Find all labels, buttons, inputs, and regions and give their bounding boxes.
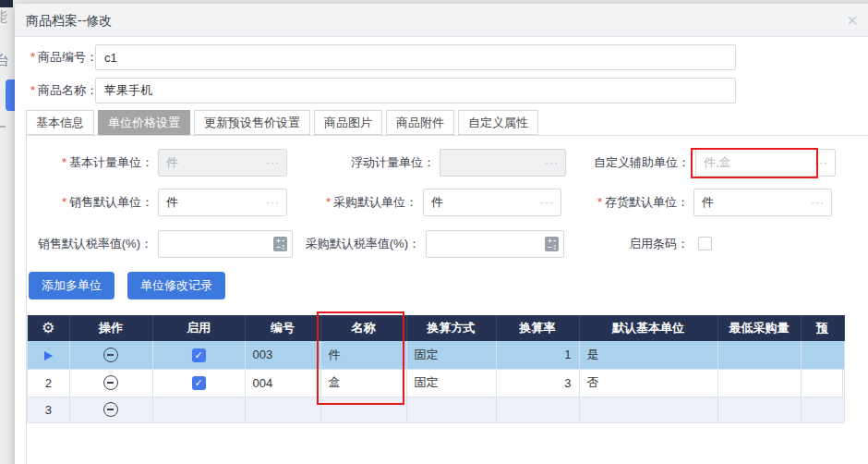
col-default-base-unit: 默认基本单位 — [579, 315, 717, 341]
remove-row-icon[interactable] — [103, 375, 118, 390]
table-row-selected[interactable]: ✓ 003 件 固定 1 是 — [28, 341, 844, 369]
product-name-label: *商品名称： — [30, 78, 98, 104]
unit-price-panel: *基本计量单位： 件 ··· 浮动计量单位： ··· 自定义辅助单位： 件,盒 … — [26, 135, 868, 464]
sales-tax-label: 销售默认税率值(%)： — [27, 230, 152, 258]
purchase-unit-picker[interactable]: 件 ··· — [423, 189, 561, 216]
purchase-unit-label: *采购默认单位： — [295, 189, 417, 216]
remove-row-icon[interactable] — [103, 402, 118, 417]
table-header-row: ⚙ 操作 启用 编号 名称 换算方式 换算率 默认基本单位 最低采购量 预 — [28, 315, 844, 341]
selected-row-arrow-icon — [44, 351, 53, 360]
table-row[interactable]: 2 ✓ 004 盒 固定 3 否 — [28, 369, 844, 397]
col-preset-truncated: 预 — [801, 315, 844, 341]
stock-unit-picker[interactable]: 件 ··· — [693, 189, 832, 216]
sales-unit-label: *销售默认单位： — [27, 189, 153, 216]
barcode-enable-checkbox[interactable] — [698, 237, 712, 250]
custom-aux-unit-picker[interactable]: 件,盒 ··· — [695, 149, 836, 177]
col-conversion-method: 换算方式 — [406, 315, 496, 341]
product-name-input[interactable] — [96, 79, 735, 103]
units-table: ⚙ 操作 启用 编号 名称 换算方式 换算率 默认基本单位 最低采购量 预 — [27, 315, 843, 423]
column-settings-header[interactable]: ⚙ — [28, 315, 69, 341]
required-asterisk: * — [62, 195, 66, 209]
background-dash — [0, 126, 6, 128]
required-asterisk: * — [30, 83, 35, 97]
ellipsis-picker-icon[interactable]: ··· — [814, 156, 835, 169]
background-side-text: 台 — [0, 52, 9, 69]
close-icon[interactable]: × — [847, 10, 858, 31]
dialog-title: 商品档案--修改 — [26, 4, 112, 37]
required-asterisk: * — [597, 195, 602, 209]
col-name: 名称 — [320, 315, 406, 341]
ellipsis-picker-icon[interactable]: ··· — [266, 196, 286, 209]
enabled-checkbox[interactable]: ✓ — [192, 348, 206, 362]
tab-custom-attributes[interactable]: 自定义属性 — [458, 110, 538, 135]
unit-modify-record-button[interactable]: 单位修改记录 — [127, 272, 225, 299]
product-name-field-box — [95, 78, 736, 104]
floating-unit-label: 浮动计量单位： — [295, 149, 435, 177]
required-asterisk: * — [30, 50, 35, 64]
enabled-checkbox[interactable]: ✓ — [192, 376, 206, 390]
cell-code: 003 — [245, 341, 320, 369]
background-header-fragment — [0, 0, 13, 7]
table-row[interactable]: 3 — [28, 397, 844, 422]
tab-unit-price-settings[interactable]: 单位价格设置 — [98, 110, 190, 135]
col-code: 编号 — [245, 315, 320, 341]
dialog-titlebar: 商品档案--修改 × — [15, 4, 868, 37]
tab-product-images[interactable]: 商品图片 — [314, 110, 382, 135]
basic-unit-picker: 件 ··· — [158, 149, 287, 177]
screen: 能 台 商品档案--修改 × *商品编号： *商品名称： 基本信息 单位价格设置… — [0, 0, 868, 464]
product-archive-dialog: 商品档案--修改 × *商品编号： *商品名称： 基本信息 单位价格设置 更新预… — [15, 4, 868, 464]
cell-rate: 1 — [496, 341, 579, 369]
col-min-purchase-qty: 最低采购量 — [717, 315, 801, 341]
cell-is-base: 否 — [579, 369, 717, 397]
gear-icon[interactable]: ⚙ — [42, 320, 54, 336]
col-operation: 操作 — [69, 315, 152, 341]
cell-method: 固定 — [406, 369, 496, 397]
cell-code: 004 — [245, 369, 320, 397]
cell-name: 件 — [320, 341, 406, 369]
required-asterisk: * — [62, 155, 66, 169]
stock-unit-label: *存货默认单位： — [544, 189, 689, 216]
tab-update-preset-price[interactable]: 更新预设售价设置 — [194, 110, 310, 135]
col-conversion-rate: 换算率 — [496, 315, 579, 341]
sales-unit-picker[interactable]: 件 ··· — [158, 189, 287, 216]
remove-row-icon[interactable] — [103, 348, 118, 362]
row-number: 3 — [28, 397, 69, 422]
row-number: 2 — [28, 369, 69, 397]
col-enabled: 启用 — [152, 315, 245, 341]
purchase-tax-label: 采购默认税率值(%)： — [272, 230, 420, 258]
ellipsis-picker-icon[interactable]: ··· — [811, 196, 831, 209]
background-nav-text: 能 — [0, 8, 7, 26]
cell-name: 盒 — [320, 369, 406, 397]
dialog-tabs: 基本信息 单位价格设置 更新预设售价设置 商品图片 商品附件 自定义属性 — [26, 110, 542, 135]
product-code-field-box — [95, 44, 736, 70]
basic-unit-label: *基本计量单位： — [27, 149, 153, 177]
product-code-input[interactable] — [96, 45, 735, 69]
tab-product-attachments[interactable]: 商品附件 — [386, 110, 454, 135]
tab-basic-info[interactable]: 基本信息 — [26, 110, 94, 135]
add-units-button[interactable]: 添加多单位 — [29, 272, 115, 299]
barcode-enable-label: 启用条码： — [544, 230, 689, 258]
ellipsis-picker-icon[interactable]: ··· — [266, 156, 286, 169]
cell-is-base: 是 — [579, 341, 717, 369]
cell-rate: 3 — [496, 369, 579, 397]
cell-method: 固定 — [406, 341, 496, 369]
required-asterisk: * — [326, 195, 331, 209]
custom-aux-unit-label: 自定义辅助单位： — [544, 149, 690, 177]
product-code-label: *商品编号： — [30, 44, 98, 70]
